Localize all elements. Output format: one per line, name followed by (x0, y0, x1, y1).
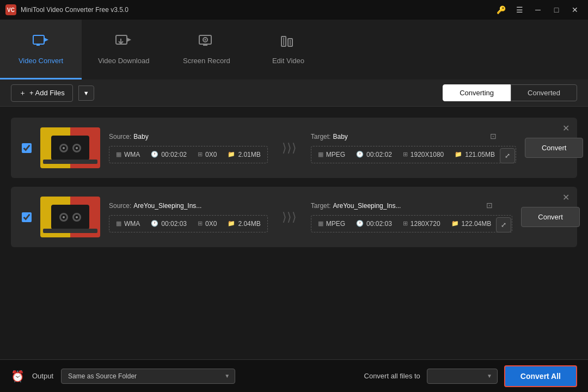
nav-tabs: Video Convert Video Download Screen Reco… (0, 20, 588, 79)
convert-format-wrapper: ▼ (427, 369, 498, 384)
menu-button[interactable]: ☰ (512, 4, 527, 16)
cassette-icon-1 (51, 136, 89, 160)
minimize-button[interactable]: ─ (530, 4, 546, 16)
format-icon-2: ▦ (116, 220, 121, 227)
tab-video-download[interactable]: Video Download (82, 20, 166, 79)
convert-all-section: Convert all files to ▼ Convert All (364, 365, 577, 387)
file-target-info-1: ⊡ Target: Baby ▦ MPEG 🕐 00:02:02 ⊞ 1920X… (311, 133, 516, 163)
format-icon-1: ▦ (116, 151, 121, 158)
resize-button-1[interactable]: ⤢ (500, 148, 515, 163)
add-files-dropdown-button[interactable]: ▼ (78, 85, 94, 101)
file-card-2: ✕ Source: AreYou_Sleeping_Ins... (11, 187, 577, 247)
tab-video-convert-label: Video Convert (19, 57, 63, 65)
toolbar: ＋ + Add Files ▼ Converting Converted (0, 79, 588, 107)
tab-video-convert[interactable]: Video Convert (0, 20, 82, 79)
output-select[interactable]: Same as Source Folder (61, 369, 235, 384)
target-size-icon-1: 📁 (455, 151, 462, 158)
footer: ⏰ Output Same as Source Folder ▼ Convert… (0, 359, 588, 392)
convert-arrow-1: ⟩⟩⟩ (277, 141, 302, 155)
close-button[interactable]: ✕ (567, 4, 583, 16)
target-duration-icon-1: 🕐 (356, 151, 364, 158)
tab-screen-record-label: Screen Record (183, 57, 230, 65)
resize-button-2[interactable]: ⤢ (496, 217, 511, 232)
file-thumbnail-2 (40, 197, 100, 237)
sub-tab-switcher: Converting Converted (443, 84, 577, 101)
tab-edit-video-label: Edit Video (272, 57, 304, 65)
clock-icon: ⏰ (11, 370, 24, 383)
edit-video-icon (279, 33, 297, 52)
file-card-1: ✕ Source: Baby ▦ (11, 118, 577, 178)
key-button[interactable]: 🔑 (493, 4, 509, 16)
convert-button-1[interactable]: Convert (525, 138, 584, 158)
filesize-icon-1: 📁 (228, 151, 235, 158)
target-resolution-icon-1: ⊞ (403, 151, 408, 158)
svg-marker-1 (44, 38, 48, 42)
target-edit-button-1[interactable]: ⊡ (490, 132, 497, 140)
file-close-button-1[interactable]: ✕ (562, 123, 569, 133)
main-content: ✕ Source: Baby ▦ (0, 107, 588, 359)
screen-record-icon (198, 33, 215, 52)
file-target-info-2: ⊡ Target: AreYou_Sleeping_Ins... ▦ MPEG … (311, 202, 513, 232)
target-format-icon-1: ▦ (318, 151, 323, 158)
filesize-icon-2: 📁 (228, 220, 235, 227)
svg-rect-0 (33, 35, 44, 44)
video-download-icon (115, 33, 132, 52)
svg-marker-4 (127, 38, 131, 42)
output-label: Output (32, 372, 53, 380)
video-convert-icon (32, 33, 50, 52)
target-duration-icon-2: 🕐 (356, 220, 364, 227)
sub-tab-converted[interactable]: Converted (511, 84, 577, 101)
title-controls: 🔑 ☰ ─ □ ✕ (493, 0, 583, 20)
convert-all-files-label: Convert all files to (364, 372, 420, 380)
duration-icon-1: 🕐 (151, 151, 158, 158)
convert-arrow-2: ⟩⟩⟩ (277, 210, 302, 224)
output-select-wrapper: Same as Source Folder ▼ (61, 369, 235, 384)
file-source-info-2: Source: AreYou_Sleeping_Ins... ▦ WMA 🕐 0… (109, 202, 268, 232)
tab-screen-record[interactable]: Screen Record (166, 20, 247, 79)
file-close-button-2[interactable]: ✕ (562, 192, 569, 203)
target-resolution-icon-2: ⊞ (403, 220, 408, 227)
add-files-button[interactable]: ＋ + Add Files (11, 84, 73, 102)
target-format-icon-2: ▦ (318, 220, 323, 227)
target-edit-button-2[interactable]: ⊡ (486, 201, 493, 210)
file-source-info-1: Source: Baby ▦ WMA 🕐 00:02:02 ⊞ 0X0 📁 (109, 133, 268, 163)
convert-format-select[interactable] (427, 369, 498, 384)
target-size-icon-2: 📁 (451, 220, 459, 227)
file-checkbox-2[interactable] (22, 212, 32, 222)
tab-video-download-label: Video Download (98, 57, 149, 65)
sub-tab-converting[interactable]: Converting (443, 84, 511, 101)
svg-point-8 (205, 39, 206, 40)
title-bar: VC MiniTool Video Converter Free v3.5.0 … (0, 0, 588, 20)
app-title: MiniTool Video Converter Free v3.5.0 (21, 6, 128, 14)
cassette-icon-2 (51, 205, 89, 229)
maximize-button[interactable]: □ (549, 4, 564, 16)
file-checkbox-1[interactable] (22, 143, 32, 153)
convert-all-button[interactable]: Convert All (504, 365, 577, 387)
app-logo: VC (5, 4, 16, 15)
file-thumbnail-1 (40, 127, 100, 168)
tab-edit-video[interactable]: Edit Video (247, 20, 329, 79)
convert-button-2[interactable]: Convert (521, 207, 580, 227)
duration-icon-2: 🕐 (151, 220, 158, 227)
resolution-icon-1: ⊞ (198, 151, 203, 158)
resolution-icon-2: ⊞ (198, 220, 203, 227)
plus-icon: ＋ (19, 88, 26, 98)
